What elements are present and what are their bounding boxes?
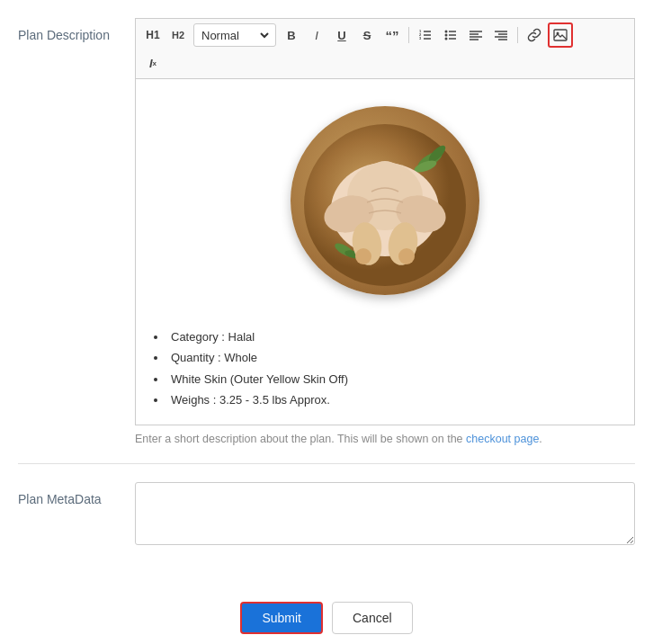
- svg-point-34: [355, 248, 371, 264]
- chicken-image: [286, 102, 484, 300]
- h2-button[interactable]: H2: [166, 23, 190, 47]
- button-row: Submit Cancel: [18, 584, 635, 643]
- chicken-svg-wrap: [286, 102, 484, 300]
- strikethrough-button[interactable]: S: [355, 23, 379, 47]
- toolbar-separator-1: [408, 27, 409, 43]
- image-button[interactable]: [548, 22, 573, 48]
- italic-button[interactable]: I: [305, 23, 328, 47]
- bullet-list: Category : Halal Quantity : Whole White …: [149, 326, 621, 411]
- svg-point-7: [445, 34, 448, 37]
- clear-format-button[interactable]: Ix: [141, 51, 165, 75]
- plan-metadata-content: [135, 482, 635, 548]
- cancel-button[interactable]: Cancel: [332, 602, 413, 634]
- underline-button[interactable]: U: [330, 23, 353, 47]
- h1-button[interactable]: H1: [141, 23, 165, 47]
- metadata-textarea[interactable]: [135, 482, 635, 545]
- plan-description-content: H1 H2 Normal Heading 1 Heading 2 Heading…: [135, 18, 635, 445]
- svg-point-35: [398, 248, 415, 264]
- toolbar-separator-2: [517, 27, 518, 43]
- quote-button[interactable]: “”: [380, 23, 404, 47]
- submit-button[interactable]: Submit: [240, 602, 323, 634]
- list-item: Quantity : Whole: [167, 347, 621, 368]
- list-item: Category : Halal: [167, 326, 621, 347]
- align-right-button[interactable]: [489, 23, 513, 47]
- editor-area[interactable]: Category : Halal Quantity : Whole White …: [135, 78, 635, 425]
- list-item: White Skin (Outer Yellow Skin Off): [167, 369, 621, 389]
- plan-metadata-row: Plan MetaData: [18, 482, 635, 566]
- svg-rect-20: [554, 30, 567, 40]
- svg-point-8: [445, 38, 448, 40]
- bold-button[interactable]: B: [280, 23, 303, 47]
- svg-point-36: [369, 161, 401, 190]
- link-button[interactable]: [523, 23, 546, 47]
- list-item: Weighs : 3.25 - 3.5 lbs Approx.: [167, 389, 621, 410]
- ordered-list-button[interactable]: 1 2 3: [414, 23, 437, 47]
- checkout-link[interactable]: checkout page: [466, 433, 539, 445]
- format-select[interactable]: Normal Heading 1 Heading 2 Heading 3: [198, 28, 272, 43]
- unordered-list-button[interactable]: [439, 23, 462, 47]
- format-select-wrap[interactable]: Normal Heading 1 Heading 2 Heading 3: [193, 23, 276, 47]
- plan-metadata-label: Plan MetaData: [18, 482, 135, 509]
- plan-description-label: Plan Description: [18, 18, 135, 45]
- helper-text: Enter a short description about the plan…: [135, 433, 635, 445]
- svg-text:3: 3: [419, 36, 422, 40]
- svg-point-6: [445, 31, 448, 33]
- plan-description-row: Plan Description H1 H2 Normal Heading 1 …: [18, 18, 635, 464]
- editor-toolbar: H1 H2 Normal Heading 1 Heading 2 Heading…: [135, 18, 635, 78]
- align-left-button[interactable]: [464, 23, 488, 47]
